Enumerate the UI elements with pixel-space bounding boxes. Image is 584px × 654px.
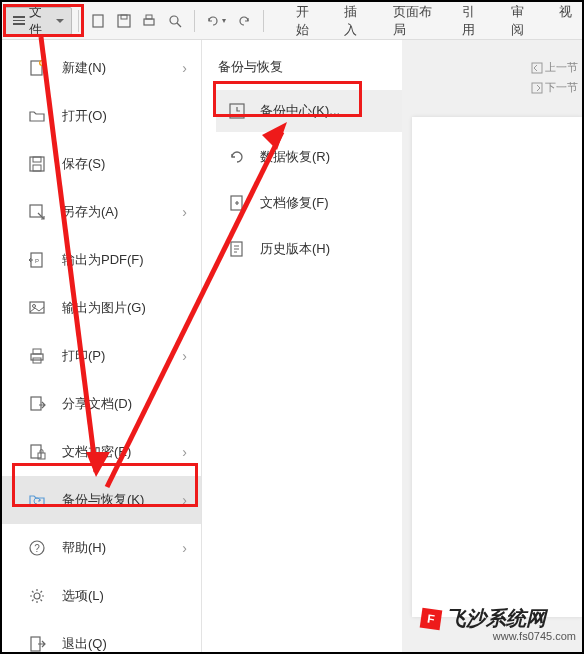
saveas-icon [26, 201, 48, 223]
svg-rect-13 [33, 165, 41, 171]
backup-icon [26, 489, 48, 511]
chevron-down-icon [56, 17, 63, 25]
history-icon [226, 238, 248, 260]
submenu-doc-repair[interactable]: 文档修复(F) [216, 182, 402, 224]
menu-item-label: 选项(L) [62, 587, 185, 605]
menu-item-label: 退出(Q) [62, 635, 185, 653]
pdf-icon: P [26, 249, 48, 271]
tab-page-layout[interactable]: 页面布局 [385, 0, 442, 43]
svg-point-18 [33, 305, 36, 308]
file-dropdown-menu: 新建(N) › 打开(O) 保存(S) 另存为(A) › P 输出为PDF(F)… [2, 40, 202, 652]
menu-export-image[interactable]: 输出为图片(G) [2, 284, 201, 332]
file-menu-button[interactable]: 文件 [4, 7, 72, 35]
svg-point-27 [34, 593, 40, 599]
menu-share[interactable]: 分享文档(D) [2, 380, 201, 428]
prev-section-icon [531, 62, 543, 74]
separator [263, 10, 264, 32]
watermark-brand: 飞沙系统网 [446, 605, 546, 632]
submenu-item-label: 备份中心(K)... [260, 102, 340, 120]
open-folder-icon [26, 105, 48, 127]
share-icon [26, 393, 48, 415]
image-export-icon [26, 297, 48, 319]
tab-start[interactable]: 开始 [288, 0, 325, 43]
menu-saveas[interactable]: 另存为(A) › [2, 188, 201, 236]
separator [194, 10, 195, 32]
separator [78, 10, 79, 32]
svg-rect-0 [93, 15, 103, 27]
submenu-data-recover[interactable]: 数据恢复(R) [216, 136, 402, 178]
menu-new[interactable]: 新建(N) › [2, 44, 201, 92]
submenu-item-label: 数据恢复(R) [260, 148, 330, 166]
svg-text:P: P [35, 258, 39, 264]
svg-rect-17 [30, 302, 44, 313]
chevron-right-icon: › [182, 540, 187, 556]
exit-icon [26, 633, 48, 654]
menu-item-label: 打印(P) [62, 347, 185, 365]
svg-rect-20 [33, 349, 41, 354]
menu-export-pdf[interactable]: P 输出为PDF(F) [2, 236, 201, 284]
watermark: F 飞沙系统网 www.fs0745.com [421, 605, 576, 642]
gear-icon [26, 585, 48, 607]
menu-exit[interactable]: 退出(Q) [2, 620, 201, 654]
save-icon [26, 153, 48, 175]
submenu-backup-center[interactable]: 备份中心(K)... [216, 90, 402, 132]
hamburger-icon [13, 16, 25, 25]
svg-point-5 [170, 16, 178, 24]
menu-print[interactable]: 打印(P) › [2, 332, 201, 380]
submenu-item-label: 文档修复(F) [260, 194, 329, 212]
lock-icon [26, 441, 48, 463]
undo-icon[interactable]: ▾ [202, 9, 229, 33]
menu-backup-restore[interactable]: 备份与恢复(K) › [2, 476, 201, 524]
top-toolbar: 文件 ▾ 开始 插入 页面布局 引用 审阅 视 [2, 2, 582, 40]
print-icon [26, 345, 48, 367]
submenu-history[interactable]: 历史版本(H) [216, 228, 402, 270]
doc-repair-icon [226, 192, 248, 214]
toolbar-new-icon[interactable] [87, 9, 109, 33]
menu-item-label: 输出为PDF(F) [62, 251, 185, 269]
tab-view[interactable]: 视 [551, 0, 580, 43]
chevron-right-icon: › [182, 492, 187, 508]
toolbar-preview-icon[interactable] [164, 9, 186, 33]
backup-submenu-panel: 备份与恢复 备份中心(K)... 数据恢复(R) 文档修复(F) 历史版本(H) [202, 40, 402, 274]
menu-encrypt[interactable]: 文档加密(E) › [2, 428, 201, 476]
chevron-right-icon: › [182, 60, 187, 76]
svg-rect-3 [144, 19, 154, 25]
svg-rect-4 [146, 15, 152, 19]
menu-item-label: 帮助(H) [62, 539, 185, 557]
svg-rect-2 [121, 15, 127, 19]
menu-item-label: 文档加密(E) [62, 443, 185, 461]
menu-item-label: 另存为(A) [62, 203, 185, 221]
watermark-url: www.fs0745.com [493, 630, 576, 642]
chevron-right-icon: › [182, 348, 187, 364]
backup-center-icon [226, 100, 248, 122]
tab-review[interactable]: 审阅 [503, 0, 540, 43]
prev-section-hint[interactable]: 上一节 [531, 60, 578, 75]
new-file-icon [26, 57, 48, 79]
file-menu-label: 文件 [29, 3, 52, 39]
watermark-logo-icon: F [420, 607, 443, 630]
menu-options[interactable]: 选项(L) [2, 572, 201, 620]
submenu-title: 备份与恢复 [216, 58, 402, 76]
svg-text:?: ? [34, 543, 40, 554]
menu-item-label: 新建(N) [62, 59, 185, 77]
help-icon: ? [26, 537, 48, 559]
toolbar-save-icon[interactable] [113, 9, 135, 33]
data-recover-icon [226, 146, 248, 168]
document-page [412, 117, 582, 617]
menu-item-label: 备份与恢复(K) [62, 491, 185, 509]
menu-item-label: 输出为图片(G) [62, 299, 185, 317]
tab-references[interactable]: 引用 [454, 0, 491, 43]
menu-save[interactable]: 保存(S) [2, 140, 201, 188]
svg-rect-11 [30, 157, 44, 171]
next-section-hint[interactable]: 下一节 [531, 80, 578, 95]
redo-icon[interactable] [233, 9, 255, 33]
menu-open[interactable]: 打开(O) [2, 92, 201, 140]
svg-line-6 [177, 23, 181, 27]
chevron-right-icon: › [182, 204, 187, 220]
tab-insert[interactable]: 插入 [336, 0, 373, 43]
menu-help[interactable]: ? 帮助(H) › [2, 524, 201, 572]
chevron-right-icon: › [182, 444, 187, 460]
menu-item-label: 打开(O) [62, 107, 185, 125]
toolbar-print-icon[interactable] [138, 9, 160, 33]
svg-rect-1 [118, 15, 130, 27]
